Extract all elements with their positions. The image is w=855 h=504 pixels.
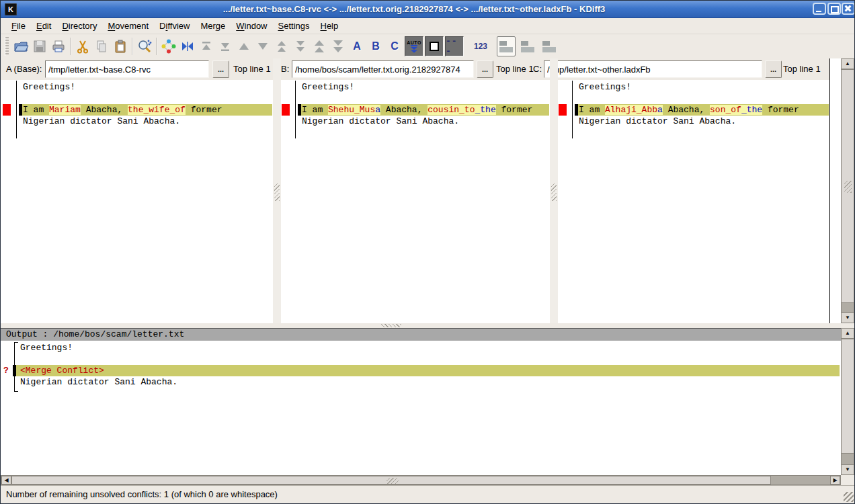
next-unsolved-conflict-button[interactable] bbox=[329, 36, 348, 56]
show-identical-toggle[interactable] bbox=[425, 36, 444, 56]
copy-button[interactable] bbox=[92, 36, 111, 56]
menu-item-file[interactable]: File bbox=[6, 21, 31, 31]
horizontal-scrollbar[interactable]: ◀ ▶ bbox=[1, 475, 841, 485]
show-whitespace-toggle[interactable]: --- bbox=[445, 36, 464, 56]
diff-token: Abacha, bbox=[663, 105, 710, 115]
diff-token: I am bbox=[579, 105, 605, 115]
bowtie-arrows-button[interactable] bbox=[178, 36, 197, 56]
current-diff-bar bbox=[19, 104, 22, 116]
conflict-marker bbox=[3, 104, 11, 116]
find-button[interactable] bbox=[135, 36, 154, 56]
toolbar-drag-handle[interactable] bbox=[5, 37, 9, 56]
printer-icon bbox=[50, 38, 67, 54]
pane-c-browse-button[interactable]: ... bbox=[765, 60, 782, 78]
output-splitter[interactable] bbox=[1, 323, 855, 328]
conflict-marker bbox=[559, 104, 567, 116]
conflict-line: I am Shehu_Musa Abacha, cousin_to_the fo… bbox=[302, 104, 532, 116]
diff-token: former bbox=[762, 105, 799, 115]
scroll-right-button[interactable]: ▶ bbox=[830, 476, 840, 485]
menu-item-settings[interactable]: Settings bbox=[273, 21, 315, 31]
menu-item-directory[interactable]: Directory bbox=[56, 21, 102, 31]
split-layout-icon bbox=[520, 40, 536, 53]
copy-pages-icon bbox=[93, 38, 110, 54]
open-folder-icon bbox=[13, 38, 29, 54]
diff-token: Shehu_Mus bbox=[328, 105, 375, 115]
menu-item-help[interactable]: Help bbox=[315, 21, 343, 31]
diff-overview-column[interactable] bbox=[831, 58, 840, 323]
menu-item-merge[interactable]: Merge bbox=[195, 21, 231, 31]
paste-button[interactable] bbox=[111, 36, 130, 56]
scroll-left-button[interactable]: ◀ bbox=[1, 476, 11, 485]
text-line: Nigerian dictator Sani Abacha. bbox=[23, 116, 180, 127]
goto-current-delta-button[interactable] bbox=[159, 36, 178, 56]
save-button[interactable] bbox=[30, 36, 49, 56]
diff-token: a bbox=[375, 105, 380, 115]
diff-token: son_of bbox=[710, 105, 741, 115]
pane-b-text-area[interactable]: Greetings!I am Shehu_Musa Abacha, cousin… bbox=[281, 80, 550, 323]
menu-item-window[interactable]: Window bbox=[231, 21, 272, 31]
pane-b-path-input[interactable] bbox=[292, 60, 474, 78]
scroll-up-button[interactable]: ▲ bbox=[841, 328, 854, 339]
choose-a-button[interactable]: A bbox=[348, 36, 366, 56]
split-view-button-1[interactable] bbox=[497, 36, 516, 56]
output-text-area[interactable]: Greetings!?<Merge Conflict>Nigerian dict… bbox=[1, 341, 841, 475]
next-conflict-button[interactable] bbox=[291, 36, 310, 56]
scrollbar-thumb[interactable] bbox=[841, 69, 854, 303]
next-delta-button[interactable] bbox=[253, 36, 272, 56]
scrollbar-thumb[interactable] bbox=[841, 339, 854, 454]
titlebar[interactable]: K .../letter.txt~base.C8-rvc <-> .../let… bbox=[1, 1, 854, 18]
goto-first-delta-button[interactable] bbox=[197, 36, 216, 56]
scrollbar-track[interactable] bbox=[841, 303, 854, 312]
diff-token: cousin_to bbox=[428, 105, 475, 115]
goto-last-delta-button[interactable] bbox=[216, 36, 235, 56]
pane-c-path-input[interactable] bbox=[544, 60, 762, 78]
output-vertical-scrollbar[interactable]: ▲ ▼ bbox=[841, 328, 854, 475]
prev-delta-button[interactable] bbox=[235, 36, 253, 56]
line-numbers-toggle[interactable]: 123 bbox=[471, 36, 490, 56]
split-view-button-2[interactable] bbox=[518, 36, 537, 56]
arrow-up-to-line-icon bbox=[198, 38, 214, 54]
pane-splitter-bc[interactable] bbox=[550, 58, 558, 323]
pane-a-browse-button[interactable]: ... bbox=[212, 60, 229, 78]
pane-c-text-area[interactable]: Greetings!I am Alhaji_Abba Abacha, son_o… bbox=[558, 80, 829, 323]
pane-c-label: C: bbox=[533, 58, 542, 80]
choose-c-button[interactable]: C bbox=[385, 36, 404, 56]
scroll-down-button[interactable]: ▼ bbox=[841, 312, 854, 323]
pane-b-browse-button[interactable]: ... bbox=[477, 60, 493, 78]
compass-dots-icon bbox=[161, 38, 177, 54]
close-button[interactable] bbox=[842, 3, 855, 15]
print-button[interactable] bbox=[49, 36, 68, 56]
overview-conflict-marker[interactable] bbox=[831, 163, 840, 220]
choose-b-button[interactable]: B bbox=[366, 36, 385, 56]
diff-vertical-scrollbar[interactable]: ▲ ▼ bbox=[841, 58, 854, 323]
window-resize-grip[interactable] bbox=[844, 492, 854, 502]
kdiff3-window: K .../letter.txt~base.C8-rvc <-> .../let… bbox=[0, 0, 855, 504]
auto-label: AUTO bbox=[407, 40, 421, 45]
pane-right-border bbox=[829, 58, 830, 323]
pane-a-path-input[interactable] bbox=[45, 60, 209, 78]
auto-merge-toggle[interactable]: AUTO bbox=[405, 36, 423, 56]
scroll-down-button[interactable]: ▼ bbox=[841, 464, 854, 475]
scroll-up-button[interactable]: ▲ bbox=[841, 58, 854, 69]
diff-token: I am bbox=[302, 105, 328, 115]
maximize-button[interactable] bbox=[827, 3, 841, 15]
clipboard-icon bbox=[112, 38, 128, 54]
menu-item-movement[interactable]: Movement bbox=[102, 21, 154, 31]
scrollbar-track[interactable] bbox=[841, 454, 854, 464]
prev-unsolved-conflict-button[interactable] bbox=[310, 36, 329, 56]
split-view-button-3[interactable] bbox=[540, 36, 559, 56]
dashes-icon: --- bbox=[446, 36, 463, 56]
minimize-button[interactable] bbox=[813, 3, 826, 15]
scrollbar-thumb[interactable] bbox=[11, 476, 771, 485]
current-diff-bar bbox=[13, 365, 16, 376]
menu-item-diffview[interactable]: Diffview bbox=[154, 21, 195, 31]
pane-a-text-area[interactable]: Greetings!I am Mariam Abacha, the_wife_o… bbox=[2, 80, 273, 323]
menu-item-edit[interactable]: Edit bbox=[31, 21, 56, 31]
open-file-button[interactable] bbox=[11, 36, 30, 56]
diff-token: former bbox=[186, 105, 222, 115]
pane-splitter-ab[interactable] bbox=[273, 58, 281, 323]
cut-button[interactable] bbox=[73, 36, 92, 56]
prev-conflict-button[interactable] bbox=[272, 36, 291, 56]
scissors-icon bbox=[75, 38, 91, 54]
text-line: Greetings! bbox=[302, 81, 354, 93]
